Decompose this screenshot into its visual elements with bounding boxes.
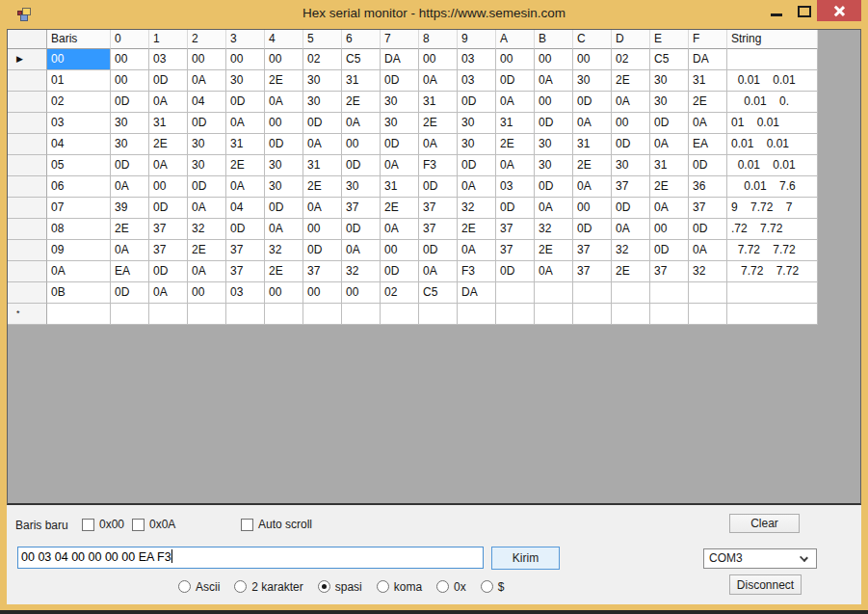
hex-cell[interactable]: 30 [535, 155, 573, 176]
hex-cell[interactable]: 30 [265, 176, 303, 198]
radio-circle-icon[interactable] [481, 580, 493, 593]
baris-cell[interactable]: 05 [47, 155, 111, 176]
hex-cell[interactable]: 31 [303, 155, 342, 176]
hex-cell[interactable]: 37 [149, 240, 188, 261]
hex-cell[interactable]: 30 [535, 134, 573, 155]
hex-cell[interactable]: 0A [535, 70, 573, 92]
hex-cell[interactable]: 30 [188, 134, 226, 155]
string-cell[interactable] [727, 49, 818, 70]
string-cell[interactable]: 0.01 0.01 [727, 155, 818, 176]
column-header-A[interactable]: A [496, 30, 535, 49]
hex-cell[interactable]: 37 [226, 240, 265, 261]
radio-0x[interactable]: 0x [436, 580, 466, 594]
row-header[interactable] [8, 261, 47, 282]
kirim-button[interactable]: Kirim [491, 547, 560, 570]
hex-cell[interactable]: 2E [111, 219, 149, 240]
hex-cell[interactable]: 0A [381, 155, 419, 176]
hex-cell[interactable]: 31 [226, 134, 265, 155]
column-header-4[interactable]: 4 [265, 30, 303, 49]
hex-cell[interactable] [342, 304, 381, 325]
hex-cell[interactable]: 0A [419, 261, 458, 282]
hex-cell[interactable]: F3 [458, 261, 496, 282]
hex-cell[interactable]: 32 [458, 198, 496, 219]
hex-cell[interactable]: 0D [650, 113, 689, 134]
hex-cell[interactable]: 0D [265, 134, 303, 155]
hex-cell[interactable]: 0D [381, 134, 419, 155]
checkbox-autoscroll[interactable]: Auto scroll [241, 518, 312, 531]
hex-cell[interactable]: 32 [342, 261, 381, 282]
hex-cell[interactable] [303, 304, 342, 325]
hex-cell[interactable]: 30 [612, 155, 650, 176]
hex-cell[interactable]: 00 [265, 49, 303, 70]
hex-cell[interactable]: 0D [226, 219, 265, 240]
hex-cell[interactable] [149, 304, 188, 325]
hex-cell[interactable]: 00 [265, 282, 303, 304]
hex-cell[interactable]: 30 [381, 113, 419, 134]
string-cell[interactable]: 0.01 7.6 [727, 176, 818, 198]
hex-cell[interactable]: 0A [265, 219, 303, 240]
hex-cell[interactable]: 30 [265, 155, 303, 176]
hex-cell[interactable]: 0D [149, 261, 188, 282]
hex-cell[interactable]: 03 [149, 49, 188, 70]
hex-cell[interactable]: 03 [226, 282, 265, 304]
radio-circle-icon[interactable] [377, 580, 389, 593]
hex-cell[interactable]: 00 [303, 219, 342, 240]
hex-cell[interactable]: 0A [419, 134, 458, 155]
minimize-button[interactable] [764, 0, 789, 21]
radio-spasi[interactable]: spasi [318, 580, 362, 594]
hex-cell[interactable]: 30 [650, 92, 689, 113]
hex-cell[interactable]: 0A [650, 198, 689, 219]
hex-cell[interactable]: 37 [303, 261, 342, 282]
string-cell[interactable]: 7.72 7.72 [727, 240, 818, 261]
checkbox-0x0A-box[interactable] [132, 519, 145, 531]
hex-cell[interactable]: 00 [226, 49, 265, 70]
hex-cell[interactable]: 30 [111, 113, 149, 134]
hex-cell[interactable]: 31 [689, 70, 727, 92]
hex-cell[interactable]: 00 [265, 113, 303, 134]
baris-cell[interactable]: 09 [47, 240, 111, 261]
string-cell[interactable]: 0.01 0.01 [727, 70, 818, 92]
hex-cell[interactable]: 0D [381, 70, 419, 92]
hex-cell[interactable]: 00 [573, 198, 612, 219]
hex-cell[interactable] [458, 304, 496, 325]
row-header[interactable] [8, 198, 47, 219]
hex-cell[interactable]: 00 [303, 282, 342, 304]
column-header-0[interactable]: 0 [111, 30, 149, 49]
hex-cell[interactable]: 2E [265, 70, 303, 92]
hex-cell[interactable]: 0A [573, 113, 612, 134]
hex-cell[interactable]: 00 [496, 49, 535, 70]
hex-cell[interactable]: 31 [381, 176, 419, 198]
checkbox-autoscroll-box[interactable] [241, 519, 253, 531]
hex-cell[interactable]: 0A [573, 176, 612, 198]
hex-cell[interactable]: 0D [573, 92, 612, 113]
title-bar[interactable]: Hex serial monitor - https://www.semesin… [0, 0, 868, 29]
hex-cell[interactable]: 00 [535, 92, 573, 113]
checkbox-0x0A[interactable]: 0x0A [132, 518, 175, 531]
baris-cell[interactable]: 08 [47, 219, 111, 240]
hex-cell[interactable] [573, 304, 612, 325]
hex-cell[interactable]: 2E [419, 113, 458, 134]
hex-cell[interactable]: 30 [303, 70, 342, 92]
hex-cell[interactable] [496, 282, 535, 304]
hex-cell[interactable]: 0A [496, 155, 535, 176]
send-input[interactable]: 00 03 04 00 00 00 00 EA F3 [17, 547, 484, 569]
hex-cell[interactable]: 0D [188, 113, 226, 134]
hex-cell[interactable]: 37 [419, 198, 458, 219]
hex-cell[interactable]: 0A [111, 176, 149, 198]
hex-cell[interactable]: C5 [342, 49, 381, 70]
column-header-5[interactable]: 5 [303, 30, 342, 49]
hex-cell[interactable]: 0D [650, 240, 689, 261]
hex-cell[interactable]: 02 [612, 49, 650, 70]
hex-cell[interactable]: 2E [342, 92, 381, 113]
hex-cell[interactable]: C5 [419, 282, 458, 304]
radio-2-karakter[interactable]: 2 karakter [234, 580, 302, 594]
hex-cell[interactable]: 31 [496, 113, 535, 134]
hex-cell[interactable]: 00 [381, 240, 419, 261]
baris-cell[interactable] [47, 304, 111, 325]
hex-cell[interactable] [381, 304, 419, 325]
hex-cell[interactable]: 0A [188, 261, 226, 282]
hex-cell[interactable]: 36 [689, 176, 727, 198]
column-header-baris[interactable]: Baris [47, 30, 111, 49]
baris-cell[interactable]: 03 [47, 113, 111, 134]
hex-cell[interactable]: 37 [496, 240, 535, 261]
